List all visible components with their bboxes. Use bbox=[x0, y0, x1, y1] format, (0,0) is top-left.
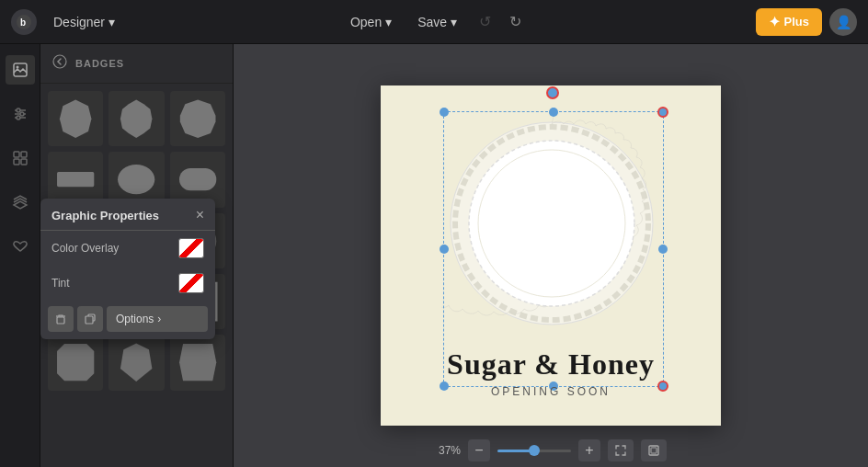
options-chevron: › bbox=[157, 313, 161, 325]
svg-point-8 bbox=[20, 112, 24, 116]
app-logo: b bbox=[11, 9, 37, 35]
svg-rect-13 bbox=[21, 159, 27, 165]
rotation-handle[interactable] bbox=[546, 86, 559, 99]
svg-rect-12 bbox=[14, 159, 19, 165]
topbar-center: Open ▾ Save ▾ ↺ ↻ bbox=[341, 9, 527, 34]
svg-rect-10 bbox=[14, 152, 19, 157]
plus-label: Plus bbox=[784, 15, 809, 28]
sidebar-item-favorites[interactable] bbox=[6, 232, 35, 261]
sidebar-item-grid[interactable] bbox=[6, 143, 35, 173]
undo-button[interactable]: ↺ bbox=[474, 9, 497, 34]
side-panel: BADGES bbox=[40, 44, 234, 467]
fit-view-button[interactable] bbox=[641, 439, 667, 461]
svg-rect-23 bbox=[86, 316, 93, 324]
zoom-in-button[interactable]: + bbox=[578, 439, 600, 461]
tint-swatch[interactable] bbox=[178, 273, 204, 293]
canvas[interactable]: Sugar & Honey OPENING SOON bbox=[381, 85, 721, 426]
open-label: Open bbox=[350, 15, 382, 29]
app-name-label: Designer bbox=[53, 15, 105, 29]
fullscreen-button[interactable] bbox=[608, 439, 634, 461]
svg-rect-29 bbox=[651, 448, 657, 453]
main-area: BADGES bbox=[0, 44, 868, 467]
duplicate-button[interactable] bbox=[77, 306, 103, 332]
topbar: b Designer ▾ Open ▾ Save ▾ ↺ ↻ ✦ Plus 👤 bbox=[0, 0, 868, 44]
canvas-badge-element[interactable] bbox=[441, 113, 666, 337]
zoom-slider-wrap bbox=[497, 450, 571, 452]
zoom-out-button[interactable]: − bbox=[468, 439, 490, 461]
sidebar-item-layers[interactable] bbox=[6, 188, 35, 217]
canvas-sub-text[interactable]: OPENING SOON bbox=[381, 385, 721, 398]
svg-rect-15 bbox=[57, 172, 94, 187]
tint-label: Tint bbox=[51, 277, 70, 290]
svg-rect-11 bbox=[21, 152, 27, 157]
graphic-props-title: Graphic Properties bbox=[51, 209, 159, 222]
zoom-slider[interactable] bbox=[497, 450, 571, 452]
panel-back-button[interactable] bbox=[51, 53, 68, 74]
svg-point-7 bbox=[17, 108, 20, 112]
plus-button[interactable]: ✦ Plus bbox=[756, 8, 822, 36]
options-bar: Options › bbox=[40, 301, 215, 332]
svg-point-9 bbox=[17, 116, 20, 120]
canvas-main-text[interactable]: Sugar & Honey bbox=[381, 347, 721, 382]
svg-point-14 bbox=[53, 55, 66, 68]
badge-item-1[interactable] bbox=[48, 91, 103, 146]
graphic-props-close-button[interactable]: × bbox=[196, 208, 204, 222]
badge-item-15[interactable] bbox=[170, 335, 225, 390]
canvas-area: Sugar & Honey OPENING SOON 37% − + bbox=[234, 44, 868, 467]
open-chevron: ▾ bbox=[385, 15, 392, 29]
graphic-props-header: Graphic Properties × bbox=[40, 199, 215, 231]
badge-item-3[interactable] bbox=[170, 91, 225, 146]
svg-rect-17 bbox=[179, 168, 216, 190]
zoom-bar: 37% − + bbox=[234, 434, 868, 467]
svg-point-26 bbox=[478, 150, 625, 297]
zoom-level: 37% bbox=[435, 444, 461, 457]
save-button[interactable]: Save ▾ bbox=[408, 11, 466, 33]
badge-item-13[interactable] bbox=[48, 335, 103, 390]
delete-button[interactable] bbox=[48, 306, 74, 332]
graphic-properties-panel: Graphic Properties × Color Overlay Tint bbox=[40, 199, 215, 339]
options-button[interactable]: Options › bbox=[107, 306, 208, 332]
svg-point-3 bbox=[16, 66, 18, 69]
svg-text:b: b bbox=[20, 17, 26, 28]
sidebar-item-filters[interactable] bbox=[6, 99, 35, 129]
badge-item-2[interactable] bbox=[108, 91, 164, 146]
tint-row: Tint bbox=[40, 266, 215, 301]
sidebar-item-images[interactable] bbox=[6, 55, 35, 85]
badge-item-14[interactable] bbox=[108, 335, 164, 390]
panel-header: BADGES bbox=[40, 44, 233, 84]
options-label: Options bbox=[116, 313, 154, 325]
save-chevron: ▾ bbox=[451, 15, 457, 29]
panel-title: BADGES bbox=[75, 58, 222, 69]
svg-rect-22 bbox=[57, 317, 64, 324]
open-button[interactable]: Open ▾ bbox=[341, 11, 401, 33]
canvas-text-area: Sugar & Honey OPENING SOON bbox=[381, 347, 721, 398]
app-name-chevron: ▾ bbox=[108, 15, 115, 29]
icon-bar bbox=[0, 44, 40, 467]
save-label: Save bbox=[417, 15, 447, 29]
user-avatar[interactable]: 👤 bbox=[829, 8, 857, 36]
color-overlay-row: Color Overlay bbox=[40, 231, 215, 266]
redo-button[interactable]: ↻ bbox=[504, 9, 527, 34]
color-overlay-swatch[interactable] bbox=[178, 238, 204, 258]
color-overlay-label: Color Overlay bbox=[51, 242, 119, 255]
svg-point-16 bbox=[118, 165, 154, 194]
app-name-button[interactable]: Designer ▾ bbox=[44, 11, 124, 33]
